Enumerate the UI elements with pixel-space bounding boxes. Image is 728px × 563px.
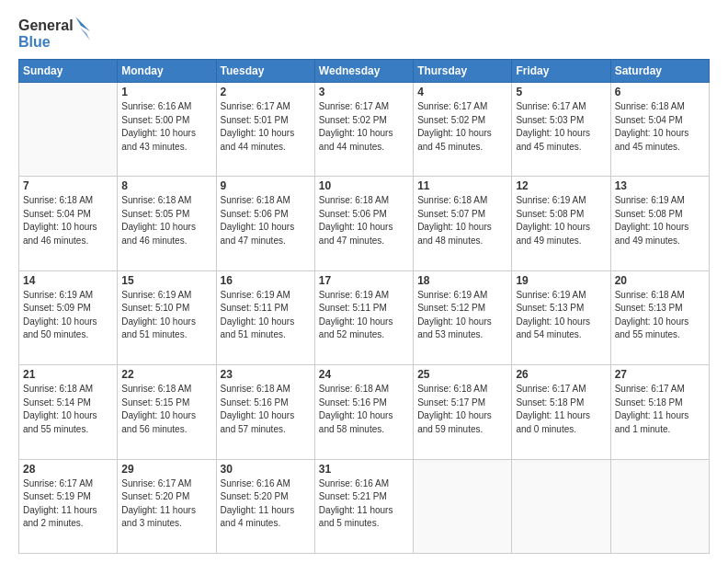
calendar-cell: 10Sunrise: 6:18 AM Sunset: 5:06 PM Dayli… — [314, 177, 413, 270]
logo: GeneralBlue — [18, 15, 92, 52]
calendar-cell: 12Sunrise: 6:19 AM Sunset: 5:08 PM Dayli… — [512, 177, 610, 270]
calendar-cell: 21Sunrise: 6:18 AM Sunset: 5:14 PM Dayli… — [19, 365, 118, 459]
calendar-cell: 19Sunrise: 6:19 AM Sunset: 5:13 PM Dayli… — [512, 270, 610, 364]
calendar-cell: 23Sunrise: 6:18 AM Sunset: 5:16 PM Dayli… — [216, 365, 314, 459]
day-info: Sunrise: 6:19 AM Sunset: 5:13 PM Dayligh… — [516, 289, 606, 342]
calendar-cell: 31Sunrise: 6:16 AM Sunset: 5:21 PM Dayli… — [314, 459, 413, 553]
calendar-cell: 6Sunrise: 6:18 AM Sunset: 5:04 PM Daylig… — [610, 83, 709, 177]
day-info: Sunrise: 6:19 AM Sunset: 5:11 PM Dayligh… — [221, 289, 311, 342]
day-number: 17 — [319, 274, 409, 287]
weekday-header-friday: Friday — [512, 60, 610, 83]
day-info: Sunrise: 6:18 AM Sunset: 5:14 PM Dayligh… — [23, 383, 113, 436]
day-info: Sunrise: 6:19 AM Sunset: 5:08 PM Dayligh… — [516, 194, 606, 247]
svg-marker-3 — [80, 28, 90, 40]
calendar-cell: 16Sunrise: 6:19 AM Sunset: 5:11 PM Dayli… — [216, 270, 314, 364]
day-number: 15 — [121, 274, 211, 287]
day-number: 28 — [23, 463, 113, 476]
calendar-cell: 1Sunrise: 6:16 AM Sunset: 5:00 PM Daylig… — [118, 83, 216, 177]
day-info: Sunrise: 6:18 AM Sunset: 5:07 PM Dayligh… — [417, 194, 507, 247]
day-info: Sunrise: 6:19 AM Sunset: 5:10 PM Dayligh… — [121, 289, 211, 342]
day-number: 10 — [319, 179, 409, 192]
weekday-header-saturday: Saturday — [610, 60, 709, 83]
week-row-5: 28Sunrise: 6:17 AM Sunset: 5:19 PM Dayli… — [19, 459, 710, 553]
page-header: GeneralBlue — [18, 15, 710, 52]
day-info: Sunrise: 6:17 AM Sunset: 5:01 PM Dayligh… — [221, 100, 311, 154]
day-number: 27 — [615, 368, 705, 381]
calendar-cell: 17Sunrise: 6:19 AM Sunset: 5:11 PM Dayli… — [314, 270, 413, 364]
calendar-cell: 20Sunrise: 6:18 AM Sunset: 5:13 PM Dayli… — [610, 270, 709, 364]
day-info: Sunrise: 6:18 AM Sunset: 5:04 PM Dayligh… — [615, 100, 705, 154]
day-number: 12 — [516, 179, 606, 192]
day-number: 3 — [319, 86, 409, 98]
day-info: Sunrise: 6:17 AM Sunset: 5:19 PM Dayligh… — [23, 477, 113, 531]
calendar-cell: 26Sunrise: 6:17 AM Sunset: 5:18 PM Dayli… — [512, 365, 610, 459]
day-number: 29 — [121, 463, 211, 476]
weekday-header-monday: Monday — [118, 60, 216, 83]
svg-text:General: General — [18, 17, 74, 33]
calendar-cell — [414, 459, 512, 553]
day-number: 9 — [221, 179, 311, 192]
calendar-cell: 18Sunrise: 6:19 AM Sunset: 5:12 PM Dayli… — [414, 270, 512, 364]
day-number: 11 — [417, 179, 507, 192]
day-number: 24 — [319, 368, 409, 381]
day-number: 1 — [121, 86, 211, 98]
calendar-cell — [512, 459, 610, 553]
day-info: Sunrise: 6:16 AM Sunset: 5:21 PM Dayligh… — [319, 477, 409, 531]
day-info: Sunrise: 6:18 AM Sunset: 5:05 PM Dayligh… — [121, 194, 211, 247]
day-info: Sunrise: 6:18 AM Sunset: 5:16 PM Dayligh… — [221, 383, 311, 436]
calendar-header-row: SundayMondayTuesdayWednesdayThursdayFrid… — [19, 60, 710, 83]
logo-icon: GeneralBlue — [18, 15, 92, 52]
day-info: Sunrise: 6:19 AM Sunset: 5:08 PM Dayligh… — [615, 194, 705, 247]
day-number: 26 — [516, 368, 606, 381]
day-number: 14 — [23, 274, 113, 287]
day-number: 20 — [615, 274, 705, 287]
day-info: Sunrise: 6:18 AM Sunset: 5:06 PM Dayligh… — [319, 194, 409, 247]
day-info: Sunrise: 6:17 AM Sunset: 5:02 PM Dayligh… — [319, 100, 409, 154]
day-info: Sunrise: 6:16 AM Sunset: 5:00 PM Dayligh… — [121, 100, 211, 154]
day-info: Sunrise: 6:19 AM Sunset: 5:09 PM Dayligh… — [23, 289, 113, 342]
calendar-table: SundayMondayTuesdayWednesdayThursdayFrid… — [18, 59, 710, 554]
calendar-cell: 7Sunrise: 6:18 AM Sunset: 5:04 PM Daylig… — [19, 177, 118, 270]
calendar-cell: 8Sunrise: 6:18 AM Sunset: 5:05 PM Daylig… — [118, 177, 216, 270]
calendar-cell: 28Sunrise: 6:17 AM Sunset: 5:19 PM Dayli… — [19, 459, 118, 553]
calendar-cell: 22Sunrise: 6:18 AM Sunset: 5:15 PM Dayli… — [118, 365, 216, 459]
day-number: 21 — [23, 368, 113, 381]
day-info: Sunrise: 6:17 AM Sunset: 5:18 PM Dayligh… — [615, 383, 705, 436]
day-info: Sunrise: 6:19 AM Sunset: 5:12 PM Dayligh… — [417, 289, 507, 342]
day-number: 4 — [417, 86, 507, 98]
day-number: 5 — [516, 86, 606, 98]
day-info: Sunrise: 6:17 AM Sunset: 5:02 PM Dayligh… — [417, 100, 507, 154]
day-info: Sunrise: 6:16 AM Sunset: 5:20 PM Dayligh… — [221, 477, 311, 531]
calendar-cell: 14Sunrise: 6:19 AM Sunset: 5:09 PM Dayli… — [19, 270, 118, 364]
weekday-header-wednesday: Wednesday — [314, 60, 413, 83]
week-row-3: 14Sunrise: 6:19 AM Sunset: 5:09 PM Dayli… — [19, 270, 710, 364]
calendar-cell — [610, 459, 709, 553]
day-number: 25 — [417, 368, 507, 381]
calendar-cell: 24Sunrise: 6:18 AM Sunset: 5:16 PM Dayli… — [314, 365, 413, 459]
day-info: Sunrise: 6:18 AM Sunset: 5:04 PM Dayligh… — [23, 194, 113, 247]
day-number: 22 — [121, 368, 211, 381]
calendar-cell: 29Sunrise: 6:17 AM Sunset: 5:20 PM Dayli… — [118, 459, 216, 553]
day-info: Sunrise: 6:18 AM Sunset: 5:17 PM Dayligh… — [417, 383, 507, 436]
day-info: Sunrise: 6:18 AM Sunset: 5:13 PM Dayligh… — [615, 289, 705, 342]
calendar-cell: 2Sunrise: 6:17 AM Sunset: 5:01 PM Daylig… — [216, 83, 314, 177]
day-number: 19 — [516, 274, 606, 287]
svg-marker-2 — [75, 17, 90, 31]
calendar-cell: 13Sunrise: 6:19 AM Sunset: 5:08 PM Dayli… — [610, 177, 709, 270]
calendar-cell: 9Sunrise: 6:18 AM Sunset: 5:06 PM Daylig… — [216, 177, 314, 270]
week-row-1: 1Sunrise: 6:16 AM Sunset: 5:00 PM Daylig… — [19, 83, 710, 177]
calendar-cell: 15Sunrise: 6:19 AM Sunset: 5:10 PM Dayli… — [118, 270, 216, 364]
day-number: 31 — [319, 463, 409, 476]
day-number: 16 — [221, 274, 311, 287]
day-info: Sunrise: 6:18 AM Sunset: 5:15 PM Dayligh… — [121, 383, 211, 436]
weekday-header-thursday: Thursday — [414, 60, 512, 83]
calendar-cell: 4Sunrise: 6:17 AM Sunset: 5:02 PM Daylig… — [414, 83, 512, 177]
day-info: Sunrise: 6:19 AM Sunset: 5:11 PM Dayligh… — [319, 289, 409, 342]
day-number: 23 — [221, 368, 311, 381]
day-number: 2 — [221, 86, 311, 98]
day-number: 6 — [615, 86, 705, 98]
day-number: 8 — [121, 179, 211, 192]
day-number: 13 — [615, 179, 705, 192]
calendar-cell: 30Sunrise: 6:16 AM Sunset: 5:20 PM Dayli… — [216, 459, 314, 553]
day-info: Sunrise: 6:18 AM Sunset: 5:16 PM Dayligh… — [319, 383, 409, 436]
